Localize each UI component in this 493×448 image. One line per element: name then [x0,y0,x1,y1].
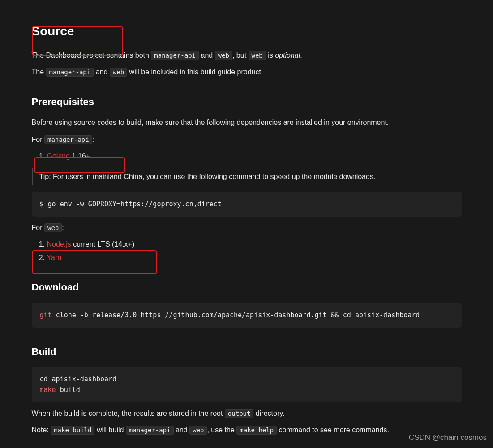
paragraph: The Dashboard project contains both mana… [32,50,462,61]
code-inline: make build [51,426,94,435]
text: and [199,51,215,59]
paragraph: Note: make build will build manager-api … [32,424,462,436]
code-inline: output [225,409,254,418]
link-yarn[interactable]: Yarn [47,254,62,261]
text: : [92,136,94,143]
text: Note: [32,426,51,434]
paragraph: For manager-api: [32,134,462,145]
tip-block: Tip: For users in mainland China, you ca… [32,168,462,185]
text: The Dashboard project contains both [32,51,151,59]
paragraph: When the build is complete, the results … [32,408,462,419]
text: For [32,136,44,143]
code-text: cd apisix-dashboard [40,375,117,383]
watermark: CSDN @chain cosmos [409,431,487,444]
ordered-list: Golang 1.16+ [32,150,462,162]
code-block[interactable]: $ go env -w GOPROXY=https://goproxy.cn,d… [32,192,462,217]
text: will build [94,426,125,434]
text: : [62,224,64,231]
tip-text: Tip: For users in mainland China, you ca… [39,173,376,180]
heading-build: Build [32,344,462,359]
paragraph: For web: [32,222,462,234]
code-inline: manager-api [151,51,199,60]
code-inline: web [189,426,207,435]
code-block[interactable]: cd apisix-dashboard make build [32,367,462,402]
text: directory. [253,410,284,417]
code-inline: web [44,223,62,232]
text: For [32,224,44,231]
text: and [94,68,110,76]
text: , but [232,51,249,59]
text: When the build is complete, the results … [32,410,225,417]
code-keyword: git [40,311,52,319]
text: 1.16+ [70,152,90,160]
link-nodejs[interactable]: Node.js [47,240,71,248]
code-inline: make help [236,426,277,435]
list-item: Node.js current LTS (14.x+) [47,239,462,250]
heading-download: Download [32,279,462,295]
paragraph: Before using source codes to build, make… [32,117,462,128]
text: current LTS (14.x+) [71,240,135,248]
code-inline: manager-api [126,426,174,435]
text: The [32,68,46,76]
code-inline: web [249,51,266,60]
heading-prerequisites: Prerequisites [32,94,462,110]
heading-source: Source [32,21,462,42]
code-block[interactable]: git clone -b release/3.0 https://github.… [32,303,462,328]
list-item: Yarn [47,252,462,264]
code-inline: web [110,68,127,77]
text: will be included in this build guide pro… [127,68,263,76]
text: , use the [207,426,236,434]
text: is [266,51,275,59]
code-inline: manager-api [44,135,92,144]
code-text: clone -b release/3.0 https://github.com/… [52,311,420,319]
list-item: Golang 1.16+ [47,150,462,162]
text: . [300,51,302,59]
text: and [174,426,190,434]
link-golang[interactable]: Golang [47,152,70,160]
article-body: Source The Dashboard project contains bo… [32,21,462,436]
text: command to see more commands. [277,426,389,434]
code-text: build [56,386,80,394]
emphasis: optional [275,51,300,59]
code-keyword: make [40,386,56,394]
code-inline: manager-api [46,68,94,77]
code-inline: web [215,51,232,60]
paragraph: The manager-api and web will be included… [32,66,462,78]
ordered-list: Node.js current LTS (14.x+) Yarn [32,239,462,263]
code-text: $ go env -w GOPROXY=https://goproxy.cn,d… [40,200,222,208]
